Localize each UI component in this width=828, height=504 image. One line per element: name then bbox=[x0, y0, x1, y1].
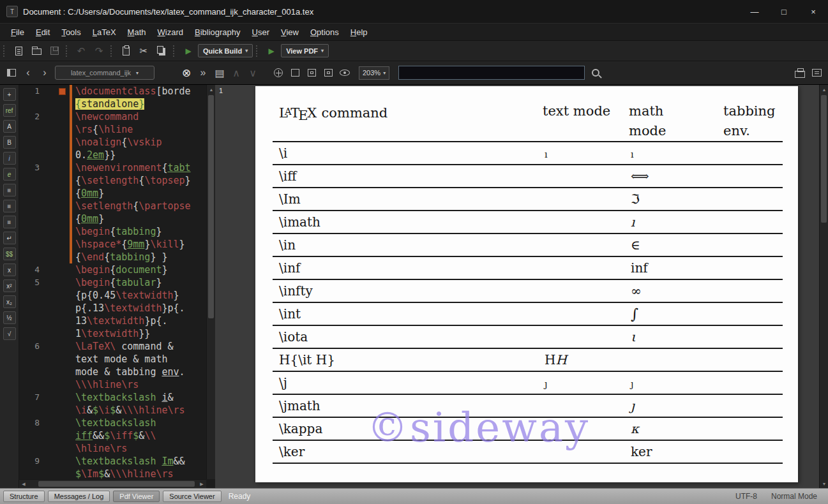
menu-item-file[interactable]: File bbox=[5, 24, 30, 40]
itemize-icon[interactable]: ≡ bbox=[3, 184, 16, 196]
code-line[interactable]: \hspace*{9mm}\kill} bbox=[19, 238, 206, 251]
code-line[interactable]: 2\newcommand bbox=[19, 110, 206, 123]
previous-section-button[interactable]: ∧ bbox=[230, 66, 243, 80]
structure-panel-button[interactable]: Structure bbox=[3, 491, 45, 502]
subscript-icon[interactable]: x₂ bbox=[3, 295, 16, 308]
inline-math-icon[interactable]: $$ bbox=[3, 248, 16, 260]
math-var-icon[interactable]: x bbox=[3, 263, 16, 276]
menu-item-math[interactable]: Math bbox=[122, 24, 152, 40]
search-button[interactable] bbox=[589, 66, 601, 80]
code-line[interactable]: 1\textwidth}} bbox=[19, 327, 206, 340]
code-line[interactable]: \i&$\i$&\\\hline\rs bbox=[19, 404, 206, 417]
code-line[interactable]: 5\begin{tabular} bbox=[19, 276, 206, 289]
code-line[interactable]: \setlength{\partopse bbox=[19, 200, 206, 212]
code-line[interactable]: 3\newenvironment{tabt bbox=[19, 161, 206, 174]
fit-width-button[interactable] bbox=[305, 66, 318, 80]
code-line[interactable]: iff&&$\iff$&\\ bbox=[19, 429, 206, 442]
forward-button[interactable]: › bbox=[38, 66, 51, 80]
code-line[interactable]: 7\textbackslash i& bbox=[19, 391, 206, 404]
next-section-button[interactable]: ∨ bbox=[246, 66, 259, 80]
sqrt-icon[interactable]: √ bbox=[3, 327, 16, 340]
fit-window-button[interactable] bbox=[289, 66, 301, 80]
menu-item-help[interactable]: Help bbox=[345, 24, 373, 40]
editor-horizontal-scrollbar[interactable]: ◀ ▶ bbox=[19, 479, 206, 488]
code-line[interactable]: 0.2em}} bbox=[19, 149, 206, 161]
menu-item-bibliography[interactable]: Bibliography bbox=[189, 24, 246, 40]
fraction-icon[interactable]: ½ bbox=[3, 311, 16, 324]
menu-item-wizard[interactable]: Wizard bbox=[152, 24, 189, 40]
code-line[interactable]: p{.13\textwidth}p{. bbox=[19, 302, 206, 315]
save-button[interactable] bbox=[46, 43, 63, 59]
maximize-button[interactable]: □ bbox=[769, 0, 799, 23]
scrollbar-thumb[interactable] bbox=[821, 95, 827, 223]
open-file-selector[interactable]: latex_command_ijk ▾ bbox=[55, 66, 154, 80]
enumerate-icon[interactable]: ≡ bbox=[3, 200, 16, 212]
editor-pane[interactable]: 1\documentclass[borde{standalone}2\newco… bbox=[19, 85, 215, 488]
code-line[interactable]: {0mm} bbox=[19, 212, 206, 225]
scroll-left-icon[interactable]: ◀ bbox=[19, 480, 28, 488]
presentation-button[interactable] bbox=[338, 66, 351, 80]
code-line[interactable]: \begin{tabbing} bbox=[19, 225, 206, 238]
menu-item-edit[interactable]: Edit bbox=[30, 24, 56, 40]
code-line[interactable]: \hline\rs bbox=[19, 442, 206, 455]
panel-toggle-button[interactable] bbox=[5, 66, 18, 80]
ref-icon[interactable]: ref bbox=[3, 104, 16, 117]
code-line[interactable]: 13\textwidth}p{. bbox=[19, 315, 206, 327]
code-line[interactable]: \noalign{\vskip bbox=[19, 136, 206, 149]
source-viewer-button[interactable]: Source Viewer bbox=[163, 491, 221, 502]
insert-block-icon[interactable]: + bbox=[3, 88, 16, 101]
menu-item-user[interactable]: User bbox=[246, 24, 275, 40]
scrollbar-thumb[interactable] bbox=[38, 481, 195, 487]
view-pdf-dropdown[interactable]: View PDF ▾ bbox=[281, 44, 329, 57]
paste-button[interactable] bbox=[117, 43, 134, 59]
code-line[interactable]: 1\documentclass[borde bbox=[19, 85, 206, 98]
code-line[interactable]: {\setlength{\topsep} bbox=[19, 174, 206, 187]
back-button[interactable]: ‹ bbox=[22, 66, 34, 80]
menu-item-tools[interactable]: Tools bbox=[56, 24, 86, 40]
scroll-up-icon[interactable]: ▲ bbox=[820, 85, 828, 94]
menu-item-view[interactable]: View bbox=[275, 24, 305, 40]
quick-build-run-button[interactable]: ▶ bbox=[180, 43, 197, 59]
menu-item-latex[interactable]: LaTeX bbox=[87, 24, 122, 40]
pdf-viewer-button[interactable]: Pdf Viewer bbox=[113, 491, 160, 502]
pdf-scrollbar[interactable]: ▲ ▼ bbox=[819, 85, 828, 488]
open-file-button[interactable] bbox=[28, 43, 45, 59]
code-line[interactable]: \\\hline\rs bbox=[19, 378, 206, 391]
code-line[interactable]: mode & tabbing env. bbox=[19, 366, 206, 378]
code-line[interactable]: {standalone} bbox=[19, 98, 206, 110]
external-viewer-button[interactable] bbox=[810, 66, 823, 80]
new-document-button[interactable] bbox=[10, 43, 27, 59]
code-line[interactable]: 9\textbackslash Im&& bbox=[19, 455, 206, 468]
code-line[interactable]: 6\LaTeX\ command & bbox=[19, 340, 206, 353]
code-line[interactable]: {\end{tabbing} } bbox=[19, 251, 206, 263]
cut-button[interactable]: ✂ bbox=[135, 43, 152, 59]
code-line[interactable]: $\Im$&\\\hline\rs bbox=[19, 468, 206, 479]
emph-icon[interactable]: e bbox=[3, 168, 16, 181]
document-list-button[interactable]: ▤ bbox=[213, 66, 226, 80]
scroll-tool-button[interactable] bbox=[272, 66, 285, 80]
editor-vertical-scrollbar[interactable]: ▲ bbox=[206, 85, 215, 479]
label-icon[interactable]: A bbox=[3, 120, 16, 133]
toolbar-overflow-button[interactable]: » bbox=[197, 66, 209, 80]
redo-button[interactable]: ↷ bbox=[91, 43, 107, 59]
close-document-button[interactable]: ⊗ bbox=[180, 66, 193, 80]
fit-text-button[interactable] bbox=[322, 66, 335, 80]
italic-icon[interactable]: i bbox=[3, 152, 16, 165]
view-pdf-run-button[interactable]: ▶ bbox=[263, 43, 280, 59]
code-line[interactable]: 8\textbackslash bbox=[19, 417, 206, 429]
pdf-search-input[interactable] bbox=[398, 66, 585, 80]
quick-build-dropdown[interactable]: Quick Build ▾ bbox=[198, 44, 253, 57]
copy-button[interactable] bbox=[153, 43, 170, 59]
description-icon[interactable]: ≡ bbox=[3, 216, 16, 228]
linebreak-icon[interactable]: ↵ bbox=[3, 232, 16, 244]
print-button[interactable] bbox=[794, 66, 806, 80]
messages-log-button[interactable]: Messages / Log bbox=[48, 491, 110, 502]
bold-icon[interactable]: B bbox=[3, 136, 16, 149]
close-button[interactable]: × bbox=[799, 0, 828, 23]
code-line[interactable]: text mode & math bbox=[19, 353, 206, 366]
scrollbar-thumb[interactable] bbox=[208, 95, 214, 318]
superscript-icon[interactable]: x² bbox=[3, 279, 16, 292]
scroll-down-icon[interactable]: ▼ bbox=[820, 479, 828, 488]
undo-button[interactable]: ↶ bbox=[73, 43, 89, 59]
scroll-right-icon[interactable]: ▶ bbox=[197, 480, 206, 488]
